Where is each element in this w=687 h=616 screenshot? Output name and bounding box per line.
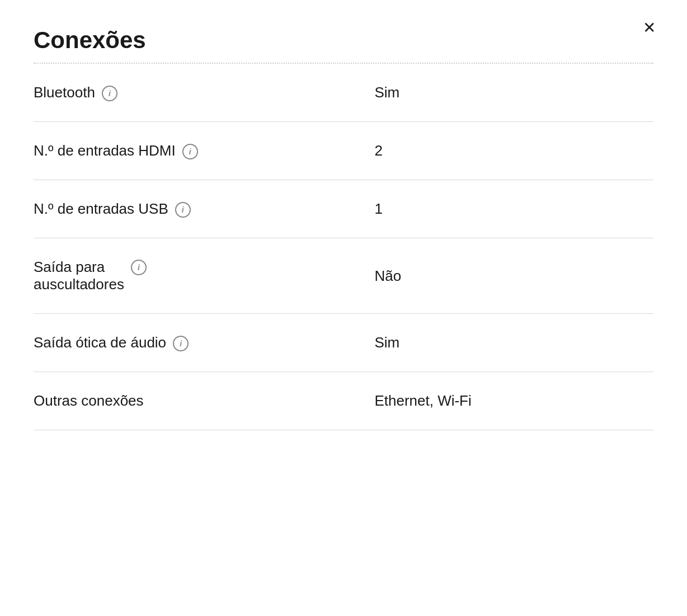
connections-modal: ✕ Conexões BluetoothiSimN.º de entradas … (0, 0, 687, 616)
spec-value: Sim (374, 64, 653, 122)
spec-label-text: Bluetooth (34, 84, 95, 101)
spec-value: Ethernet, Wi-Fi (374, 372, 653, 430)
info-icon[interactable]: i (173, 336, 189, 351)
spec-value: Sim (374, 314, 653, 372)
page-title: Conexões (34, 27, 653, 54)
info-icon[interactable]: i (182, 144, 198, 159)
spec-table: BluetoothiSimN.º de entradas HDMIi2N.º d… (34, 64, 653, 430)
info-icon[interactable]: i (175, 202, 191, 218)
spec-label-text: N.º de entradas HDMI (34, 142, 176, 159)
info-icon[interactable]: i (102, 86, 117, 101)
close-button[interactable]: ✕ (638, 18, 660, 38)
spec-label-text: N.º de entradas USB (34, 200, 168, 218)
info-icon[interactable]: i (131, 260, 147, 275)
table-row: BluetoothiSim (34, 64, 653, 122)
table-row: Outras conexõesEthernet, Wi-Fi (34, 372, 653, 430)
table-row: Saída paraauscultadoresiNão (34, 238, 653, 314)
spec-value: 1 (374, 180, 653, 238)
spec-value: 2 (374, 122, 653, 180)
spec-label-text: Outras conexões (34, 392, 144, 410)
table-row: N.º de entradas USBi1 (34, 180, 653, 238)
spec-label-text: Saída ótica de áudio (34, 334, 166, 351)
spec-label-text-continued: auscultadores (34, 276, 124, 293)
spec-label-text: Saída para (34, 258, 124, 276)
table-row: N.º de entradas HDMIi2 (34, 122, 653, 180)
table-row: Saída ótica de áudioiSim (34, 314, 653, 372)
spec-value: Não (374, 238, 653, 314)
